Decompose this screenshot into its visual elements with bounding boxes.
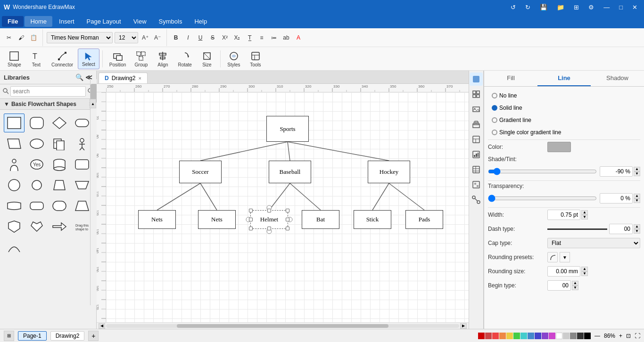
expand-btn[interactable]: ⛶: [635, 333, 640, 339]
shape-soccer[interactable]: Soccer: [179, 161, 222, 183]
pivot-icon[interactable]: [470, 178, 483, 191]
text-style-btn[interactable]: T̲: [244, 33, 255, 43]
connector-btn[interactable]: Connector: [48, 49, 77, 69]
shape-arrow-right[interactable]: [49, 217, 70, 236]
shade-slider[interactable]: [488, 168, 597, 175]
color-yellow[interactable]: [506, 333, 513, 339]
scroll-up-btn[interactable]: ▲: [90, 99, 96, 108]
color-darkgray[interactable]: [570, 333, 577, 339]
tab-close-btn[interactable]: ×: [138, 75, 141, 81]
tab-shadow[interactable]: Shadow: [591, 71, 644, 86]
shade-down[interactable]: ▼: [634, 171, 640, 176]
maximize-btn[interactable]: □: [616, 3, 626, 12]
shape-hockey[interactable]: Hockey: [368, 161, 410, 183]
menu-view[interactable]: View: [128, 16, 152, 27]
font-color-btn[interactable]: A: [293, 33, 304, 43]
font-increase-btn[interactable]: A⁺: [140, 33, 150, 43]
font-decrease-btn[interactable]: A⁻: [152, 33, 163, 43]
tab-fill[interactable]: Fill: [484, 71, 537, 86]
shape-stick[interactable]: Stick: [354, 210, 391, 229]
color-black[interactable]: [584, 333, 591, 339]
width-input[interactable]: [547, 210, 580, 220]
color-gray[interactable]: [563, 333, 570, 339]
color-pink[interactable]: [549, 333, 555, 339]
cap-select[interactable]: Flat Round Square: [547, 238, 640, 248]
text-wrap-btn[interactable]: ab: [281, 33, 291, 43]
color-red2[interactable]: [492, 333, 499, 339]
rounding-presets-dropdown[interactable]: ▼: [560, 252, 570, 262]
shape-nets2[interactable]: Nets: [198, 210, 236, 229]
no-line-radio[interactable]: [492, 93, 497, 98]
add-shape-btn[interactable]: ⊞: [4, 331, 14, 341]
search-input[interactable]: [10, 86, 86, 97]
shape-diamond[interactable]: [49, 114, 70, 132]
gradient-line-option[interactable]: Gradient line: [488, 115, 640, 125]
shape-rounded2[interactable]: [49, 196, 70, 215]
search-icon-btn[interactable]: 🔍: [75, 73, 83, 81]
line-spacing-btn[interactable]: ≡: [256, 33, 267, 43]
shape-rect-rnd[interactable]: [72, 155, 92, 174]
rotate-btn[interactable]: Rotate: [174, 49, 195, 69]
width-down[interactable]: ▼: [581, 215, 588, 220]
shape-baseball[interactable]: Baseball: [269, 161, 311, 183]
add-page-btn[interactable]: +: [88, 331, 99, 341]
color-blue[interactable]: [528, 333, 534, 339]
color-swatch[interactable]: [547, 142, 571, 152]
grid-icon[interactable]: [470, 88, 483, 101]
shape-rect[interactable]: [4, 114, 25, 132]
color-teal[interactable]: [520, 333, 527, 339]
transparency-input[interactable]: [600, 193, 633, 204]
bullets-btn[interactable]: ≔: [269, 33, 279, 43]
h-scrollbar-thumb[interactable]: [177, 324, 388, 328]
superscript-btn[interactable]: X²: [220, 33, 230, 43]
connector2-icon[interactable]: [470, 193, 483, 206]
shape-text-sample[interactable]: Drag thisshape to: [72, 217, 92, 236]
color-white[interactable]: [556, 333, 562, 339]
table-icon[interactable]: [470, 163, 483, 176]
shape-round-rect[interactable]: [26, 114, 47, 132]
group-btn[interactable]: Group: [131, 49, 151, 69]
rounding-size-input[interactable]: [547, 266, 580, 277]
drawing-tab[interactable]: D Drawing2 ×: [99, 73, 148, 83]
begin-up[interactable]: ▲: [572, 281, 578, 285]
shape-rounded[interactable]: [26, 196, 47, 215]
styles-btn[interactable]: Styles: [223, 49, 244, 69]
rounding-preset-option[interactable]: [547, 252, 558, 262]
shape-circle[interactable]: [4, 176, 25, 195]
save-btn[interactable]: 💾: [537, 3, 550, 12]
open-btn[interactable]: 📁: [554, 3, 567, 12]
image-icon[interactable]: [470, 103, 483, 116]
canvas-grid[interactable]: Sports Soccer Baseball Hockey Nets: [106, 92, 469, 322]
window-btn[interactable]: ⊞: [571, 3, 582, 12]
menu-file[interactable]: File: [2, 16, 24, 27]
shade-up[interactable]: ▲: [634, 167, 640, 171]
rounding-size-down[interactable]: ▼: [581, 271, 588, 276]
shape-bat[interactable]: Bat: [302, 210, 339, 229]
font-family-select[interactable]: Times New Roman: [47, 32, 113, 43]
color-purple[interactable]: [542, 333, 548, 339]
font-size-select[interactable]: 12: [115, 32, 138, 43]
tools-btn[interactable]: Tools: [245, 49, 266, 69]
dash-input[interactable]: [609, 224, 633, 234]
shape-trapez2[interactable]: [72, 176, 92, 195]
zoom-in-btn[interactable]: +: [619, 333, 622, 339]
menu-pagelayout[interactable]: Page Layout: [81, 16, 127, 27]
shape-stadium[interactable]: [72, 114, 92, 132]
dash-down[interactable]: ▼: [634, 229, 640, 234]
shape-arc[interactable]: [4, 238, 25, 257]
shape-yes[interactable]: Yes: [26, 155, 47, 174]
underline-btn[interactable]: U: [195, 33, 206, 43]
layers-icon[interactable]: [470, 118, 483, 131]
undo-btn[interactable]: ↺: [508, 3, 519, 12]
color-green[interactable]: [513, 333, 520, 339]
shape-trapez3[interactable]: [72, 196, 92, 215]
section-collapse-icon[interactable]: ▼: [4, 101, 9, 107]
shape-helmet[interactable]: Helmet: [250, 210, 288, 229]
shape-pads[interactable]: Pads: [405, 210, 443, 229]
color-darkred[interactable]: [485, 333, 492, 339]
shape-person[interactable]: [72, 134, 92, 153]
redo-btn[interactable]: ↻: [522, 3, 533, 12]
settings-btn[interactable]: ⚙: [586, 3, 597, 12]
begin-input[interactable]: [547, 280, 571, 291]
menu-help[interactable]: Help: [189, 16, 213, 27]
